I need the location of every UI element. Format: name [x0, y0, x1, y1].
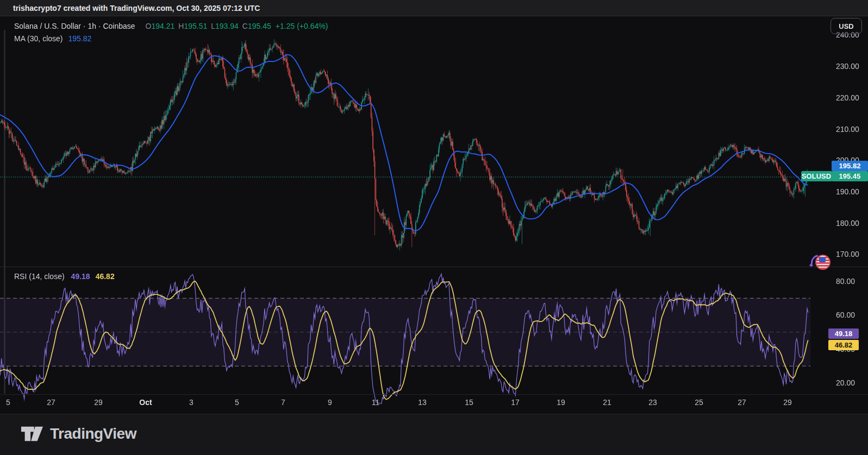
price-tick-label: 230.00 [836, 61, 868, 72]
time-tick-label: 15 [465, 396, 473, 408]
price-tick-label: 180.00 [836, 218, 868, 229]
tradingview-logo-icon [21, 426, 43, 442]
symbol-tag: SOLUSD [801, 171, 832, 181]
attribution-text: trishacrypto7 created with TradingView.c… [13, 4, 260, 12]
attribution-bar: trishacrypto7 created with TradingView.c… [0, 0, 868, 16]
time-tick-label: 5 [6, 396, 10, 408]
tradingview-logo[interactable]: TradingView [21, 425, 136, 443]
price-tick-label: 220.00 [836, 92, 868, 103]
low-label: L [211, 22, 215, 30]
price-tick-label: 170.00 [836, 249, 868, 260]
tradingview-logo-text: TradingView [50, 425, 136, 443]
time-tick-label: 19 [557, 396, 565, 408]
ma-indicator-label[interactable]: MA (30, close) [14, 34, 63, 43]
time-tick-label: 17 [511, 396, 520, 408]
ma-indicator-value: 195.82 [68, 34, 91, 43]
time-tick-label: 29 [94, 396, 103, 408]
close-label: C [242, 22, 248, 30]
tradingview-chart-snapshot: trishacrypto7 created with TradingView.c… [0, 0, 868, 455]
rsi-tick-label: 60.00 [836, 309, 868, 320]
rsi-ma-value: 46.82 [96, 272, 115, 281]
low-value: 193.94 [215, 22, 239, 30]
ma-legend-row: MA (30, close)195.82 [14, 33, 328, 44]
high-label: H [178, 22, 184, 30]
time-tick-label: 23 [648, 396, 657, 408]
ma-price-badge: 195.82 [832, 161, 868, 171]
open-value: 194.21 [151, 22, 174, 30]
change-value: +1.25 (+0.64%) [276, 22, 328, 30]
user-avatar-watermark: ✦ [812, 255, 830, 272]
price-tick-label: 190.00 [836, 186, 868, 197]
flag-avatar-icon [815, 255, 830, 270]
time-tick-label: Oct [139, 396, 152, 408]
rsi-ma-value-badge: 46.82 [828, 340, 859, 350]
time-tick-label: 5 [235, 396, 239, 408]
price-chart-canvas[interactable] [0, 16, 868, 414]
symbol-legend-row: Solana / U.S. Dollar · 1h · CoinbaseO194… [14, 21, 328, 31]
pane-separator[interactable] [0, 267, 868, 267]
time-tick-label: 29 [783, 396, 792, 408]
price-tick-label: 210.00 [836, 124, 868, 135]
rsi-value: 49.18 [71, 272, 90, 281]
symbol-legend: Solana / U.S. Dollar · 1h · CoinbaseO194… [14, 21, 328, 46]
close-value: 195.45 [248, 22, 271, 30]
rsi-indicator-label[interactable]: RSI (14, close) [14, 272, 65, 281]
time-tick-label: 27 [47, 396, 55, 408]
rsi-tick-label: 20.00 [836, 377, 868, 388]
symbol-title[interactable]: Solana / U.S. Dollar · 1h · Coinbase [14, 22, 135, 30]
time-tick-label: 21 [603, 396, 611, 408]
time-tick-label: 25 [695, 396, 703, 408]
rsi-value-badge: 49.18 [828, 328, 859, 339]
high-value: 195.51 [184, 22, 207, 30]
footer-bar: TradingView [0, 414, 868, 455]
time-tick-label: 13 [418, 396, 427, 408]
time-tick-label: 3 [189, 396, 193, 408]
time-tick-label: 27 [738, 396, 746, 408]
time-tick-label: 9 [328, 396, 332, 408]
last-price-badge: 195.45 [832, 171, 868, 181]
rsi-tick-label: 80.00 [836, 276, 868, 287]
rsi-legend: RSI (14, close)49.1846.82 [14, 272, 115, 281]
time-axis-separator [0, 394, 868, 395]
time-tick-label: 11 [372, 396, 380, 408]
open-label: O [146, 22, 152, 30]
time-tick-label: 7 [281, 396, 285, 408]
currency-toggle-button[interactable]: USD [830, 18, 862, 34]
